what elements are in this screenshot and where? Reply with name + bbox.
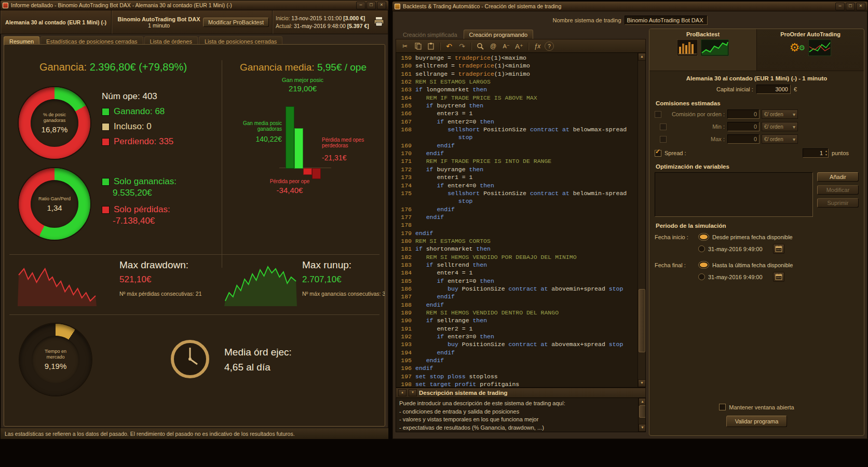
system-name-input[interactable] [625,16,708,25]
desc-scroll-down-button[interactable]: ▼ [639,424,646,432]
code-line[interactable]: 178 [396,221,645,229]
code-line[interactable]: 165 if buytrend then [396,102,645,109]
variables-listbox[interactable] [655,172,813,217]
modify-variable-button[interactable]: Modificar [817,185,859,195]
report-titlebar[interactable]: Informe detallado - Binomio AutoTrading … [1,1,388,10]
description-scrollbar[interactable]: ▲ ▼ [638,398,645,432]
delete-variable-button[interactable]: Suprimir [817,198,859,208]
code-line[interactable]: 187 endif [396,293,645,300]
font-smaller-button[interactable]: A⁻ [500,42,512,51]
search-button[interactable] [474,42,486,51]
code-line[interactable]: 177 endif [396,213,645,221]
backtest-titlebar[interactable]: Backtests & Trading Automático - Creació… [392,2,867,11]
code-line[interactable]: 167 if enter2=0 then [396,118,645,126]
code-line[interactable]: 184 enter4 = 1 [396,269,645,277]
desc-scroll-up-button[interactable]: ▲ [639,398,646,406]
max-checkbox[interactable] [660,136,667,143]
spread-checkbox[interactable]: ✓ [655,150,661,157]
radio-icon[interactable] [698,245,705,252]
paste-button[interactable] [425,42,437,51]
tab-creacion-simplificada[interactable]: Creación simplificada [398,30,463,39]
validate-program-button[interactable]: Validar programa [726,416,788,427]
tab-proorder[interactable]: ProOrder AutoTrading ⚙ ⚙ [757,29,864,71]
radio-icon[interactable] [698,273,705,280]
close-button[interactable]: × [377,2,386,9]
code-line[interactable]: 164 REM IF TRADE PRICE IS ABOVE MAX [396,94,645,102]
code-line[interactable]: 186 buy PositionSize contract at abovemi… [396,285,645,293]
code-line[interactable]: 172 if buyrange then [396,166,645,173]
code-line[interactable]: 174 if enter4=0 then [396,182,645,189]
comision-checkbox[interactable] [655,111,661,118]
code-line[interactable]: 191 enter2 = 1 [396,325,645,333]
code-line[interactable]: 188 endif [396,301,645,309]
max-input[interactable] [727,134,760,144]
add-variable-button[interactable]: Añadir [817,172,859,182]
copy-button[interactable] [412,42,424,51]
description-box[interactable]: Puede introducir una descripción de este… [396,397,646,432]
code-line[interactable]: 160selltrend = tradeprice(1)<minimo [396,62,645,70]
expand-description-button[interactable]: ▲ [398,389,406,396]
code-line[interactable]: 166 enter3 = 1 [396,109,645,117]
code-editor[interactable]: 159buyrange = tradeprice(1)<maximo160sel… [396,52,646,388]
code-line[interactable]: 193 buy PositionSize contract at abovema… [396,340,645,348]
code-line[interactable]: stop [396,133,645,141]
code-line[interactable]: 190 if sellrange then [396,317,645,324]
editor-scrollbar[interactable]: ▲ ▼ [638,53,645,387]
code-line[interactable]: 198set target profit profitgains [396,380,645,388]
comision-unit-select[interactable]: €/ orden ▾ [762,109,798,119]
fecha-final-option-last[interactable]: Hasta la última fecha disponible [698,261,793,269]
collapse-description-button[interactable]: ▼ [409,389,417,396]
fecha-inicio-option-date[interactable]: 31-may-2016 9:49:00 [698,244,793,254]
search-at-button[interactable]: @ [487,42,499,51]
code-line[interactable]: 189 REM SI HEMOS VENDIDO DENTRO DEL RANG… [396,309,645,317]
code-line[interactable]: 170 endif [396,149,645,157]
undo-button[interactable]: ↶ [443,42,455,51]
code-line[interactable]: 175 sellshort PositionSize contract at b… [396,189,645,197]
min-input[interactable] [727,122,760,131]
cut-button[interactable]: ✂ [399,42,411,51]
code-line[interactable]: 197set stop ploss stoploss [396,373,645,380]
fecha-inicio-calendar-button[interactable] [773,244,784,254]
spinner-down-icon[interactable]: ▼ [825,154,828,156]
radio-icon[interactable] [698,233,709,241]
scroll-down-button[interactable]: ▼ [638,379,646,387]
code-line[interactable]: 173 enter1 = 1 [396,173,645,181]
bt-maximize-button[interactable]: □ [846,3,855,10]
fecha-inicio-option-first[interactable]: Desde primera fecha disponible [698,233,793,241]
code-line[interactable]: 179endif [396,229,645,237]
code-line[interactable]: 185 if enter1=0 then [396,277,645,285]
font-larger-button[interactable]: A⁺ [513,42,525,51]
code-line[interactable]: 169 endif [396,142,645,149]
code-line[interactable]: 163if longonmarket then [396,86,645,93]
tab-creacion-programando[interactable]: Creación programando [464,30,534,39]
keep-open-checkbox[interactable] [719,404,726,410]
fecha-final-calendar-button[interactable] [773,272,784,282]
code-line[interactable]: 192 if enter3=0 then [396,333,645,340]
code-line[interactable]: 194 endif [396,349,645,356]
code-line[interactable]: stop [396,197,645,205]
modify-probacktest-button[interactable]: Modificar ProBacktest [203,18,269,27]
minimize-button[interactable]: – [356,2,365,9]
desc-scroll-thumb[interactable] [639,405,646,418]
code-line[interactable]: 182 REM SI HEMOS VENDIDO POR DEBAJO DEL … [396,253,645,261]
code-line[interactable]: 180REM SI ESTAMOS CORTOS [396,237,645,245]
capital-input[interactable] [756,85,791,94]
code-line[interactable]: 159buyrange = tradeprice(1)<maximo [396,54,645,62]
radio-icon[interactable] [698,261,709,269]
code-line[interactable]: 161sellrange = tradeprice(1)>minimo [396,70,645,78]
code-line[interactable]: 162REM SI ESTAMOS LARGOS [396,78,645,86]
insert-function-button[interactable]: ƒx [532,42,543,51]
maximize-button[interactable]: □ [367,2,376,9]
help-button[interactable]: ? [545,42,554,51]
print-button[interactable] [373,17,385,28]
min-checkbox[interactable] [660,123,667,130]
code-line[interactable]: 181if shortonmarket then [396,245,645,253]
min-unit-select[interactable]: €/ orden ▾ [762,122,798,131]
code-line[interactable]: 171 REM IF TRADE PRICE IS INTO DE RANGE [396,157,645,165]
code-line[interactable]: 195 endif [396,356,645,364]
editor-scroll-thumb[interactable] [639,289,645,352]
code-line[interactable]: 196endif [396,364,645,372]
tab-probacktest[interactable]: ProBacktest [649,29,757,71]
spinner-up-icon[interactable]: ▲ [825,150,828,153]
scroll-up-button[interactable]: ▲ [638,53,646,61]
